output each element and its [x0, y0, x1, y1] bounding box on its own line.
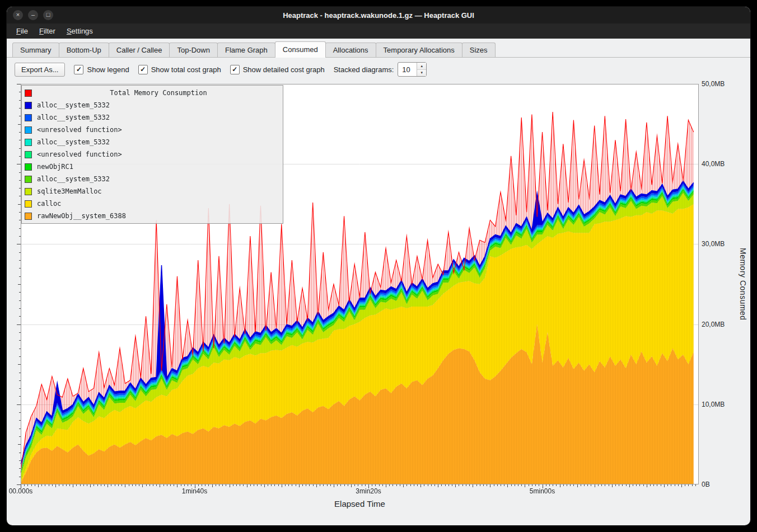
y-axis-tick-label: 20,0MB: [702, 321, 725, 328]
legend-swatch: [25, 163, 32, 171]
y-axis-labels: 0B10,0MB20,0MB30,0MB40,0MB50,0MB: [699, 84, 736, 484]
minimize-button[interactable]: –: [28, 10, 38, 20]
legend-label: calloc: [37, 200, 61, 208]
legend-swatch: [25, 139, 32, 146]
legend-label: alloc__system_5332: [37, 101, 110, 109]
legend-swatch: [25, 213, 32, 220]
chart-legend: Total Memory Consumptionalloc__system_53…: [21, 85, 283, 224]
maximize-button[interactable]: □: [43, 10, 53, 20]
minimize-icon: –: [31, 11, 35, 18]
tab-top-down[interactable]: Top-Down: [169, 43, 218, 57]
tab-allocations[interactable]: Allocations: [325, 43, 376, 57]
spin-up-button[interactable]: ▲: [417, 63, 426, 70]
x-axis-title: Elapsed Time: [21, 496, 699, 515]
legend-item: alloc__system_5332: [25, 173, 280, 185]
y-axis-title: Memory Consumed: [739, 248, 747, 321]
legend-label: alloc__system_5332: [37, 138, 110, 146]
stacked-diagrams-label: Stacked diagrams:: [334, 65, 394, 74]
checkbox-show-total-cost-graph[interactable]: ✓Show total cost graph: [138, 65, 221, 74]
window-title: Heaptrack - heaptrack.wakunode.1.gz — He…: [7, 11, 750, 20]
title-bar[interactable]: × – □ Heaptrack - heaptrack.wakunode.1.g…: [7, 7, 750, 23]
legend-item: alloc__system_5332: [25, 111, 280, 124]
legend-swatch: [25, 176, 32, 183]
legend-label: <unresolved function>: [37, 150, 122, 158]
legend-label: alloc__system_5332: [37, 114, 110, 121]
x-axis-tick-label: 5min00s: [530, 487, 555, 495]
export-as-button[interactable]: Export As...: [15, 63, 65, 77]
legend-swatch: [25, 114, 32, 121]
checkbox-box-show-legend[interactable]: ✓: [74, 65, 83, 74]
tab-sizes[interactable]: Sizes: [462, 43, 496, 57]
chevron-up-icon: ▲: [420, 64, 423, 68]
legend-label: alloc__system_5332: [37, 175, 110, 183]
legend-item: sqlite3MemMalloc: [25, 185, 280, 197]
window-buttons: × – □: [7, 10, 53, 20]
menu-bar: FileFilterSettings: [7, 23, 750, 39]
checkbox-box-show-total-cost-graph[interactable]: ✓: [138, 65, 148, 74]
y-axis-tick-label: 40,0MB: [702, 160, 725, 168]
legend-swatch: [25, 188, 32, 195]
legend-swatch: [25, 151, 32, 158]
legend-label: <unresolved function>: [37, 126, 122, 134]
x-axis-tick-label: 3min20s: [356, 487, 381, 495]
tab-flame-graph[interactable]: Flame Graph: [217, 43, 275, 57]
legend-item: alloc__system_5332: [25, 136, 280, 148]
legend-title: Total Memory Consumption: [37, 89, 280, 97]
stacked-diagrams-input[interactable]: [398, 63, 417, 76]
legend-label: rawNewObj__system_6388: [37, 212, 126, 220]
plot-area: Total Memory Consumptionalloc__system_53…: [21, 84, 699, 484]
legend-label: sqlite3MemMalloc: [37, 187, 102, 195]
heaptrack-window: × – □ Heaptrack - heaptrack.wakunode.1.g…: [7, 7, 750, 525]
checkbox-show-detailed-cost-graph[interactable]: ✓Show detailed cost graph: [230, 65, 325, 74]
legend-item: newObjRC1: [25, 161, 280, 173]
tab-bar: SummaryBottom-UpCaller / CalleeTop-DownF…: [7, 39, 750, 58]
checkbox-show-legend[interactable]: ✓Show legend: [74, 65, 129, 74]
chevron-down-icon: ▼: [420, 71, 423, 74]
legend-item: <unresolved function>: [25, 148, 280, 161]
legend-swatch: [25, 200, 32, 208]
checkbox-label: Show detailed cost graph: [243, 65, 325, 74]
checkbox-box-show-detailed-cost-graph[interactable]: ✓: [230, 65, 240, 74]
x-axis-labels: 00.000s1min40s3min20s5min00s: [21, 484, 699, 496]
checkbox-label: Show total cost graph: [151, 65, 221, 74]
toolbar: Export As... ✓Show legend✓Show total cos…: [7, 58, 750, 81]
legend-item: <unresolved function>: [25, 124, 280, 136]
tab-caller-callee[interactable]: Caller / Callee: [109, 43, 170, 57]
legend-item: calloc: [25, 197, 280, 210]
close-button[interactable]: ×: [13, 10, 23, 20]
y-axis-tick-label: 0B: [702, 481, 710, 488]
legend-swatch: [25, 126, 32, 134]
legend-item: alloc__system_5332: [25, 99, 280, 111]
tab-temporary-allocations[interactable]: Temporary Allocations: [376, 43, 462, 57]
x-axis-tick-label: 1min40s: [182, 487, 207, 495]
spin-buttons: ▲ ▼: [417, 63, 426, 76]
legend-title-row: Total Memory Consumption: [25, 87, 280, 99]
x-axis-tick-label: 00.000s: [9, 487, 33, 495]
menu-filter[interactable]: Filter: [34, 25, 60, 37]
checkbox-label: Show legend: [87, 65, 129, 74]
close-icon: ×: [16, 11, 20, 18]
chart-region: Total Memory Consumptionalloc__system_53…: [7, 84, 750, 515]
stacked-diagrams-spinbox: ▲ ▼: [398, 62, 427, 77]
menu-settings[interactable]: Settings: [62, 25, 98, 37]
legend-swatch: [25, 102, 32, 109]
maximize-icon: □: [46, 11, 50, 18]
legend-label: newObjRC1: [37, 163, 73, 171]
menu-file[interactable]: File: [11, 25, 33, 37]
legend-item: rawNewObj__system_6388: [25, 210, 280, 222]
toolbar-checkboxes: ✓Show legend✓Show total cost graph✓Show …: [74, 65, 324, 74]
legend-total-swatch: [25, 90, 32, 97]
stacked-diagrams-control: Stacked diagrams: ▲ ▼: [334, 62, 427, 77]
y-axis-tick-label: 10,0MB: [702, 401, 725, 408]
spin-down-button[interactable]: ▼: [417, 70, 426, 77]
y-axis-tick-label: 30,0MB: [702, 240, 725, 248]
y-axis-title-column: Memory Consumed: [736, 84, 750, 484]
y-axis-tick-label: 50,0MB: [702, 80, 725, 88]
tab-bottom-up[interactable]: Bottom-Up: [59, 43, 109, 57]
tab-summary[interactable]: Summary: [12, 43, 59, 57]
tab-consumed[interactable]: Consumed: [275, 41, 326, 58]
